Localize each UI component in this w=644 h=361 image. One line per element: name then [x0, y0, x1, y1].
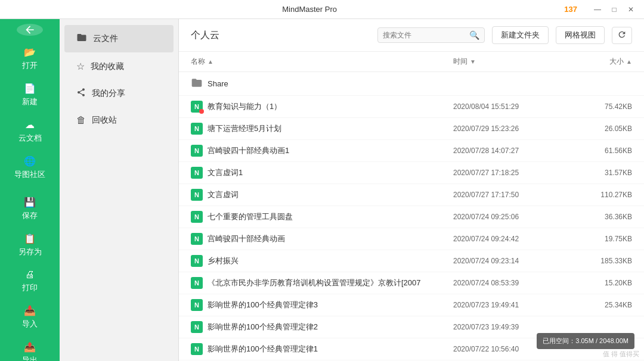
file-size: 26.05KB [561, 125, 632, 133]
file-icon: N [191, 233, 203, 245]
file-time: 2020/08/04 15:51:29 [453, 102, 561, 111]
file-size: 36.36KB [561, 213, 632, 221]
view-toggle-button[interactable]: 网格视图 [556, 26, 605, 44]
table-header: 名称 ▲ 时间 ▼ 大小 ▲ [179, 52, 644, 72]
search-box[interactable]: 🔍 [377, 27, 485, 43]
panel-item-shared[interactable]: 我的分享 [64, 80, 174, 107]
sidebar-item-save-as[interactable]: 📋 另存为 [0, 227, 60, 263]
file-time: 2020/07/28 14:07:27 [453, 147, 561, 155]
sidebar-item-community[interactable]: 🌐 导图社区 [0, 150, 60, 186]
favorites-icon: ☆ [76, 61, 85, 72]
content-header: 个人云 🔍 新建文件夹 网格视图 [179, 19, 644, 52]
col-size[interactable]: 大小 ▲ [561, 57, 632, 67]
file-name-text: 塘下运营经理5月计划 [208, 123, 281, 134]
file-name-text: 《北京市民办非学历教育培训机构设置管理规定》京教计[2007 [208, 278, 421, 288]
file-time: 2020/07/29 15:23:26 [453, 125, 561, 133]
panel-item-cloud-files[interactable]: 云文件 [64, 25, 174, 52]
sidebar-item-save-as-label: 另存为 [18, 247, 42, 257]
table-row[interactable]: N 宫崎骏四十部经典动画1 2020/07/28 14:07:27 61.56K… [179, 140, 644, 162]
file-name: N 塘下运营经理5月计划 [191, 123, 453, 135]
page-title: 个人云 [191, 29, 219, 42]
file-icon: N [191, 321, 203, 333]
file-name: N 文言虚词1 [191, 167, 453, 179]
table-row[interactable]: N 乡村振兴 2020/07/24 09:23:14 185.33KB [179, 250, 644, 272]
file-time: 2020/07/24 09:23:14 [453, 257, 561, 265]
file-name-text: 影响世界的100个经典管理定律3 [208, 300, 318, 310]
file-time: 2020/07/24 08:53:39 [453, 279, 561, 287]
file-name-text: 乡村振兴 [208, 256, 239, 266]
content-wrapper: 名称 ▲ 时间 ▼ 大小 ▲ [179, 52, 644, 361]
file-name-text: 影响世界的100个经典管理定律1 [208, 344, 318, 354]
file-name: N 教育知识与能力（1） [191, 101, 453, 113]
sidebar-item-community-label: 导图社区 [14, 169, 45, 180]
table-row[interactable]: N 七个重要的管理工具圆盘 2020/07/24 09:25:06 36.36K… [179, 206, 644, 228]
panel-item-trash[interactable]: 🗑 回收站 [64, 108, 174, 133]
trash-icon: 🗑 [76, 115, 86, 126]
sidebar-item-import-label: 导入 [22, 319, 38, 329]
file-name-text: 文言虚词1 [208, 167, 243, 178]
sidebar-item-print[interactable]: 🖨 打印 [0, 263, 60, 299]
cloud-files-icon [76, 32, 87, 45]
sidebar-item-save-label: 保存 [22, 210, 38, 221]
file-time: 2020/07/27 17:18:25 [453, 169, 561, 177]
folder-row-share[interactable]: Share [179, 72, 644, 96]
sidebar-item-import[interactable]: 📥 导入 [0, 299, 60, 335]
search-icon: 🔍 [469, 30, 479, 40]
table-row[interactable]: N 文言虚词1 2020/07/27 17:18:25 31.57KB [179, 162, 644, 184]
file-name-text: 教育知识与能力（1） [208, 101, 281, 112]
shared-icon [76, 88, 86, 99]
sidebar-item-print-label: 打印 [22, 282, 38, 293]
table-row[interactable]: N 宫崎骏四十部经典动画 2020/07/24 09:24:42 19.75KB [179, 228, 644, 250]
file-size: 31.57KB [561, 169, 632, 177]
file-name-text: 影响世界的100个经典管理定律2 [208, 322, 318, 332]
panel-item-favorites[interactable]: ☆ 我的收藏 [64, 54, 174, 79]
titlebar: MindMaster Pro 137 — □ ✕ [0, 0, 644, 19]
close-button[interactable]: ✕ [625, 4, 637, 15]
main-layout: 📂 打开 📄 新建 ☁ 云文档 🌐 导图社区 💾 保存 📋 另存为 🖨 打印 [0, 19, 644, 361]
file-time: 2020/07/23 19:49:39 [453, 323, 561, 331]
new-icon: 📄 [24, 83, 36, 94]
sidebar-item-save[interactable]: 💾 保存 [0, 191, 60, 227]
panel-item-cloud-files-label: 云文件 [93, 33, 118, 44]
sidebar-item-new[interactable]: 📄 新建 [0, 77, 60, 113]
sidebar-item-export[interactable]: 📤 导出 [0, 335, 60, 361]
search-input[interactable] [383, 31, 466, 39]
file-time: 2020/07/24 09:24:42 [453, 235, 561, 243]
file-table: 名称 ▲ 时间 ▼ 大小 ▲ [179, 52, 644, 361]
maximize-button[interactable]: □ [608, 4, 620, 15]
storage-info: 已用空间：3.05M / 2048.00M [537, 333, 634, 349]
file-icon: N [191, 299, 203, 311]
save-icon: 💾 [24, 197, 36, 208]
back-button[interactable] [17, 24, 43, 36]
table-row[interactable]: N 文言虚词 2020/07/27 17:17:50 110.27KB [179, 184, 644, 206]
print-icon: 🖨 [25, 269, 35, 280]
col-time[interactable]: 时间 ▼ [453, 57, 561, 67]
import-icon: 📥 [24, 305, 36, 316]
file-icon: N [191, 123, 203, 135]
refresh-button[interactable] [612, 27, 632, 44]
table-row[interactable]: N 教育知识与能力（1） 2020/08/04 15:51:29 75.42KB [179, 96, 644, 118]
sidebar-item-cloud-label: 云文档 [18, 133, 42, 144]
new-folder-button[interactable]: 新建文件夹 [492, 26, 549, 44]
table-row[interactable]: N 影响世界的100个经典管理定律3 2020/07/23 19:49:41 2… [179, 294, 644, 316]
watermark: 值 得 值得买 [598, 347, 644, 361]
panel-item-trash-label: 回收站 [92, 115, 117, 126]
sidebar-item-open[interactable]: 📂 打开 [0, 41, 60, 77]
folder-name-share: Share [191, 77, 453, 91]
file-size: 19.75KB [561, 235, 632, 243]
file-icon: N [191, 189, 203, 201]
file-time: 2020/07/27 17:17:50 [453, 191, 561, 199]
file-name: N 文言虚词 [191, 189, 453, 201]
table-row[interactable]: N 《北京市民办非学历教育培训机构设置管理规定》京教计[2007 2020/07… [179, 272, 644, 294]
file-icon: N [191, 167, 203, 179]
sidebar-item-cloud[interactable]: ☁ 云文档 [0, 113, 60, 150]
minimize-button[interactable]: — [592, 4, 603, 15]
table-row[interactable]: N 塘下运营经理5月计划 2020/07/29 15:23:26 26.05KB [179, 118, 644, 140]
save-as-icon: 📋 [24, 233, 36, 244]
file-time: 2020/07/24 09:25:06 [453, 213, 561, 221]
cloud-icon: ☁ [25, 119, 35, 130]
file-name: N 宫崎骏四十部经典动画1 [191, 145, 453, 157]
notification-badge: 137 [564, 5, 577, 14]
file-size: 75.42KB [561, 102, 632, 111]
panel-item-favorites-label: 我的收藏 [91, 61, 124, 72]
